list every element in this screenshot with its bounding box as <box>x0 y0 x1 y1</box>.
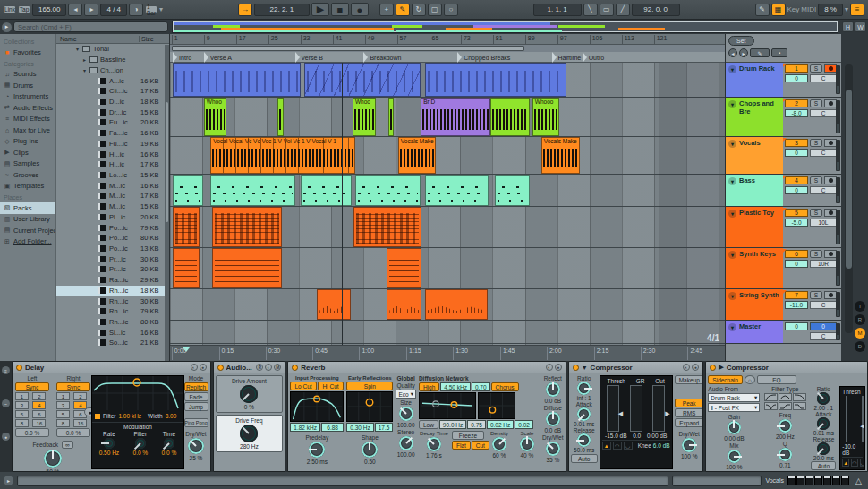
rack-map-icon[interactable]: R <box>256 364 263 371</box>
rms-button[interactable]: RMS <box>675 408 704 417</box>
quality-dropdown[interactable]: Eco▾ <box>396 390 416 399</box>
delay-right-beat-1[interactable]: 1 <box>56 392 70 400</box>
arm-button[interactable] <box>824 176 837 184</box>
lane-master[interactable] <box>170 321 725 344</box>
device-mini-icon[interactable] <box>832 476 840 485</box>
rack-title-bar[interactable]: Audio... R◐M <box>214 362 285 373</box>
locator[interactable]: Verse A <box>204 52 232 63</box>
sidebar-category-item[interactable]: ▦Drums <box>0 80 55 91</box>
solo-button[interactable]: S <box>810 139 822 147</box>
delay-left-offset-field[interactable]: 0.0 % <box>15 428 49 437</box>
locator[interactable]: Verse B <box>295 52 324 63</box>
track-name-cell[interactable]: ▾ Bass <box>726 175 783 206</box>
next-locator-button[interactable]: ▸ <box>739 48 748 57</box>
loop-bar[interactable] <box>170 45 725 52</box>
spin-button[interactable]: Spin <box>346 382 393 390</box>
file-row[interactable]: A...ic 16 KB <box>56 75 169 86</box>
disclosure-triangle-icon[interactable]: ▾ <box>83 67 89 73</box>
track-name-cell[interactable]: ▾ Plastic Toy <box>726 207 783 247</box>
track-header[interactable]: ▾ Bass 4 S 0 C <box>726 175 841 207</box>
flat-button[interactable]: Flat <box>452 441 471 450</box>
midi-map-button[interactable]: MIDI <box>801 5 816 13</box>
delay-right-sync-button[interactable]: Sync <box>56 382 90 391</box>
file-row[interactable]: Rh...ic 18 KB <box>56 286 169 296</box>
file-row[interactable]: Po...ic 13 KB <box>56 244 169 254</box>
thresh-arrow-icon[interactable]: ◀ <box>618 410 623 417</box>
file-row[interactable]: Po...ic 79 KB <box>56 222 169 233</box>
loop-length-field[interactable]: 92. 0. 0 <box>632 4 680 16</box>
input-freq-value[interactable]: 1.82 kHz <box>290 423 320 432</box>
low-gain-value[interactable]: 0.75 <box>467 420 486 429</box>
clip[interactable] <box>173 63 301 97</box>
browser-collapse-icon[interactable]: ▸ <box>2 22 12 32</box>
optimize-width-button[interactable]: W <box>855 21 866 32</box>
delay-right-beat-8[interactable]: 8 <box>56 419 70 427</box>
lane-synth-keys[interactable] <box>170 248 725 289</box>
tempo-field[interactable]: 165.00 <box>32 4 66 16</box>
nudge-down-button[interactable]: ◂ <box>68 4 82 16</box>
track-name-cell[interactable]: ▾ Drum Rack <box>726 63 783 97</box>
master-volume-field[interactable]: 0 <box>785 322 808 330</box>
mod-time-knob[interactable] <box>164 438 174 449</box>
file-row[interactable]: Eu...ic 20 KB <box>56 117 169 128</box>
file-row[interactable]: Rn...ic 80 KB <box>56 317 169 328</box>
sidechain-source-dropdown[interactable]: Drum Rack▾ <box>708 393 760 402</box>
thresh2-arrow-icon[interactable]: ◀ <box>860 423 864 430</box>
transfer-curve-button[interactable]: ◠ <box>613 442 622 450</box>
clip[interactable]: Whooo <box>532 98 559 136</box>
filter-lowshelf-icon[interactable] <box>779 402 792 410</box>
info-view-icon[interactable]: ● <box>2 433 10 441</box>
delay-left-beat-4[interactable]: 4 <box>32 401 46 409</box>
width-value[interactable]: 8.00 <box>166 413 177 419</box>
quantize-menu[interactable]: 1 Bar <box>145 5 157 13</box>
size-column-header[interactable]: Size <box>139 36 169 42</box>
filter-highcut-icon[interactable] <box>793 393 806 401</box>
clip[interactable] <box>490 98 530 136</box>
track-header[interactable]: ▾ Synth Keys 6 S 0 10R <box>726 248 841 289</box>
device-mini-icon[interactable] <box>805 476 813 485</box>
delay-left-sync-button[interactable]: Sync <box>15 382 49 391</box>
knee-value[interactable]: 6.0 dB <box>653 442 670 449</box>
file-row[interactable]: ▸ Bassline <box>56 55 169 65</box>
eq-button[interactable]: EQ <box>757 375 796 384</box>
lane-chops[interactable]: WhooWhooBr DWhooo <box>170 98 725 137</box>
ratio2-knob[interactable] <box>817 392 830 405</box>
file-row[interactable]: M...ic 16 KB <box>56 180 169 191</box>
file-row[interactable]: ▾ Ch...ion <box>56 64 169 75</box>
thresh2-meter[interactable] <box>846 396 847 442</box>
delay-right-beat-3[interactable]: 3 <box>56 401 70 409</box>
track-name-cell[interactable]: ▾ String Synth <box>726 289 783 320</box>
thresh-meter[interactable] <box>607 385 619 432</box>
delay-left-beat-2[interactable]: 2 <box>32 392 46 400</box>
sidebar-category-item[interactable]: ▣Templates <box>0 181 55 193</box>
hot-swap-icon[interactable]: ◐ <box>191 364 198 371</box>
auto-release2-button[interactable]: Auto <box>811 461 836 470</box>
track-fold-icon[interactable]: ▾ <box>728 65 736 73</box>
track-fold-icon[interactable]: ▾ <box>728 100 736 108</box>
clip[interactable] <box>425 289 488 320</box>
sidebar-place-item[interactable]: ▤Current Project <box>0 225 55 236</box>
clip[interactable] <box>353 207 422 247</box>
file-row[interactable]: Dr...ic 15 KB <box>56 107 169 117</box>
mod-rate-knob[interactable] <box>104 438 115 449</box>
ratio-knob[interactable] <box>577 382 591 395</box>
track-activator[interactable]: 6 <box>785 250 808 258</box>
delay-right-offset-field[interactable]: 0.0 % <box>56 428 90 437</box>
file-row[interactable]: Lo...ic 15 KB <box>56 170 169 181</box>
attack2-knob[interactable] <box>817 417 830 430</box>
volume-field[interactable]: 0 <box>785 149 808 157</box>
file-row[interactable]: Rn...ic 79 KB <box>56 306 169 317</box>
file-row[interactable]: Pr...ic 30 KB <box>56 264 169 275</box>
ping-pong-button[interactable]: Ping Pong <box>184 418 208 427</box>
volume-field[interactable]: 0 <box>785 74 808 82</box>
track-header[interactable]: ▾ Drum Rack 1 S 0 C <box>726 63 841 98</box>
delay-filter-display[interactable] <box>92 376 183 410</box>
stereo-knob[interactable] <box>399 436 413 450</box>
draw-mode-button[interactable]: ✎ <box>755 4 770 16</box>
reverb-drywet-knob[interactable] <box>546 442 560 456</box>
delay-right-beat-16[interactable]: 16 <box>73 419 87 427</box>
attack-knob[interactable] <box>577 408 591 421</box>
filter-lowcut-icon[interactable] <box>764 393 778 401</box>
track-fold-icon[interactable]: ▾ <box>728 177 736 185</box>
volume-field[interactable]: -11.0 <box>785 301 808 309</box>
